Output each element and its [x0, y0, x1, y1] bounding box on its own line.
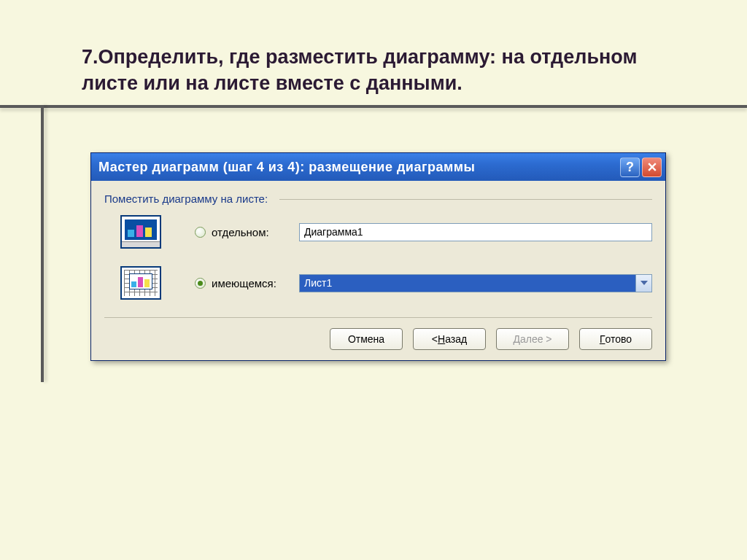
separate-name-input[interactable] [299, 223, 652, 241]
finish-u: Г [600, 333, 605, 345]
existing-sheet-icon [120, 266, 161, 300]
button-row: Отмена < Назад Далее > Готово [104, 317, 652, 350]
radio-separate-label: отдельном: [212, 226, 299, 238]
help-button[interactable]: ? [620, 158, 640, 177]
back-rest: азад [445, 333, 467, 345]
radio-existing-label: имеющемся: [212, 277, 299, 289]
option-row-separate: отдельном: [120, 215, 652, 249]
horizontal-rule [0, 105, 747, 108]
option-row-existing: имеющемся: Лист1 [120, 266, 652, 300]
radio-separate[interactable] [195, 227, 206, 238]
cancel-button[interactable]: Отмена [330, 328, 403, 350]
back-button[interactable]: < Назад [413, 328, 486, 350]
finish-button[interactable]: Готово [579, 328, 652, 350]
back-prefix: < [432, 333, 438, 345]
close-button[interactable] [642, 158, 662, 177]
next-u: Д [513, 333, 519, 345]
chevron-down-icon[interactable] [636, 274, 652, 292]
dialog-window: Мастер диаграмм (шаг 4 из 4): размещение… [90, 152, 666, 361]
next-rest: алее > [520, 333, 552, 345]
titlebar[interactable]: Мастер диаграмм (шаг 4 из 4): размещение… [91, 153, 665, 181]
existing-sheet-dropdown[interactable]: Лист1 [299, 274, 652, 292]
finish-rest: отово [605, 333, 632, 345]
existing-sheet-value: Лист1 [299, 274, 636, 292]
window-title: Мастер диаграмм (шаг 4 из 4): размещение… [98, 160, 618, 175]
next-button: Далее > [496, 328, 569, 350]
slide-title: 7.Определить, где разместить диаграмму: … [82, 44, 665, 97]
separate-sheet-icon [120, 215, 161, 249]
group-label: Поместить диаграмму на листе: [104, 192, 652, 205]
radio-existing[interactable] [195, 278, 206, 289]
back-u: Н [438, 333, 445, 345]
vertical-rule [41, 105, 44, 382]
